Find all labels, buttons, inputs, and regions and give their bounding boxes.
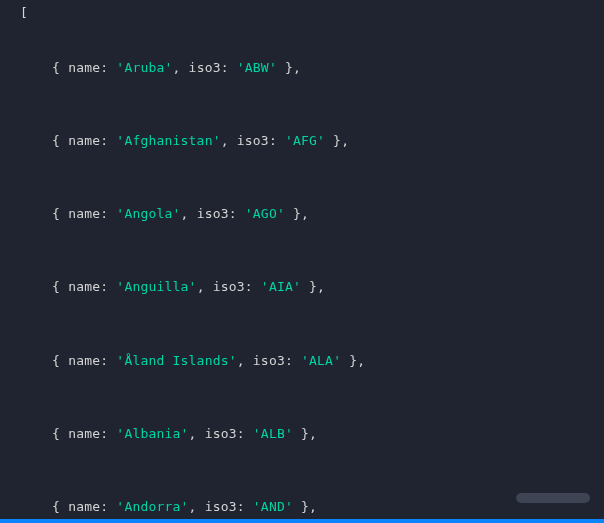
- country-name-value: Åland Islands: [124, 353, 228, 368]
- quote-close-2: ': [293, 279, 301, 294]
- quote-open-2: ': [301, 353, 309, 368]
- line-inner: { name: 'Andorra', iso3: 'AND' },: [20, 499, 317, 514]
- country-iso3-value: AND: [261, 499, 285, 514]
- brace-close: },: [293, 426, 317, 441]
- colon-1: :: [100, 60, 116, 75]
- comma-1: ,: [173, 60, 189, 75]
- country-name-value: Aruba: [124, 60, 164, 75]
- code-line[interactable]: { name: 'Aruba', iso3: 'ABW' },: [20, 59, 588, 77]
- key-name: name: [68, 353, 100, 368]
- country-iso3-string: 'ALA': [301, 353, 341, 368]
- country-iso3-value: AIA: [269, 279, 293, 294]
- country-name-string: 'Åland Islands': [116, 353, 236, 368]
- comma-1: ,: [181, 206, 197, 221]
- quote-open-2: ': [285, 133, 293, 148]
- country-iso3-string: 'AFG': [285, 133, 325, 148]
- open-bracket-line: [: [20, 4, 588, 22]
- country-name-value: Afghanistan: [124, 133, 212, 148]
- line-inner: { name: 'Albania', iso3: 'ALB' },: [20, 426, 317, 441]
- country-name-value: Angola: [124, 206, 172, 221]
- key-name: name: [68, 60, 100, 75]
- brace-open: {: [52, 206, 68, 221]
- colon-2: :: [245, 279, 261, 294]
- key-iso3: iso3: [213, 279, 245, 294]
- country-name-string: 'Aruba': [116, 60, 172, 75]
- key-name: name: [68, 279, 100, 294]
- scroll-pill-overlay: [516, 493, 590, 503]
- line-inner: { name: 'Aruba', iso3: 'ABW' },: [20, 60, 301, 75]
- colon-2: :: [221, 60, 237, 75]
- country-iso3-string: 'ALB': [253, 426, 293, 441]
- colon-1: :: [100, 426, 116, 441]
- line-inner: { name: 'Afghanistan', iso3: 'AFG' },: [20, 133, 349, 148]
- key-name: name: [68, 133, 100, 148]
- colon-1: :: [100, 353, 116, 368]
- colon-2: :: [269, 133, 285, 148]
- comma-1: ,: [237, 353, 253, 368]
- code-line[interactable]: { name: 'Angola', iso3: 'AGO' },: [20, 205, 588, 223]
- country-name-string: 'Andorra': [116, 499, 188, 514]
- brace-open: {: [52, 499, 68, 514]
- line-inner: { name: 'Angola', iso3: 'AGO' },: [20, 206, 309, 221]
- quote-close-1: ': [181, 499, 189, 514]
- brace-close: },: [341, 353, 365, 368]
- key-iso3: iso3: [197, 206, 229, 221]
- brace-close: },: [277, 60, 301, 75]
- country-iso3-value: ABW: [245, 60, 269, 75]
- country-name-string: 'Angola': [116, 206, 180, 221]
- quote-close-2: ': [285, 499, 293, 514]
- quote-close-1: ': [229, 353, 237, 368]
- country-iso3-string: 'AIA': [261, 279, 301, 294]
- quote-close-1: ': [173, 206, 181, 221]
- country-name-string: 'Anguilla': [116, 279, 196, 294]
- comma-1: ,: [189, 426, 205, 441]
- code-line[interactable]: { name: 'Anguilla', iso3: 'AIA' },: [20, 278, 588, 296]
- code-line[interactable]: { name: 'Albania', iso3: 'ALB' },: [20, 425, 588, 443]
- country-name-value: Andorra: [124, 499, 180, 514]
- country-iso3-value: AGO: [253, 206, 277, 221]
- quote-open-2: ': [245, 206, 253, 221]
- code-line[interactable]: { name: 'Afghanistan', iso3: 'AFG' },: [20, 132, 588, 150]
- brace-close: },: [293, 499, 317, 514]
- code-line[interactable]: { name: 'Andorra', iso3: 'AND' },: [20, 498, 588, 516]
- brace-open: {: [52, 279, 68, 294]
- country-iso3-string: 'AND': [253, 499, 293, 514]
- country-iso3-value: ALA: [309, 353, 333, 368]
- brace-open: {: [52, 353, 68, 368]
- country-iso3-string: 'AGO': [245, 206, 285, 221]
- colon-2: :: [237, 426, 253, 441]
- brace-open: {: [52, 426, 68, 441]
- key-name: name: [68, 206, 100, 221]
- brace-open: {: [52, 60, 68, 75]
- country-iso3-string: 'ABW': [237, 60, 277, 75]
- country-iso3-value: ALB: [261, 426, 285, 441]
- quote-close-2: ': [333, 353, 341, 368]
- country-name-value: Anguilla: [124, 279, 188, 294]
- colon-2: :: [229, 206, 245, 221]
- quote-close-1: ': [213, 133, 221, 148]
- country-name-string: 'Afghanistan': [116, 133, 220, 148]
- quote-open-2: ': [253, 426, 261, 441]
- colon-1: :: [100, 206, 116, 221]
- colon-1: :: [100, 133, 116, 148]
- code-line[interactable]: { name: 'Åland Islands', iso3: 'ALA' },: [20, 352, 588, 370]
- brace-close: },: [301, 279, 325, 294]
- quote-close-2: ': [285, 426, 293, 441]
- key-iso3: iso3: [205, 426, 237, 441]
- quote-open-2: ': [261, 279, 269, 294]
- quote-close-2: ': [277, 206, 285, 221]
- comma-1: ,: [197, 279, 213, 294]
- quote-close-2: ': [317, 133, 325, 148]
- quote-open-2: ': [253, 499, 261, 514]
- brace-close: },: [285, 206, 309, 221]
- key-name: name: [68, 426, 100, 441]
- code-editor[interactable]: [ { name: 'Aruba', iso3: 'ABW' }, { name…: [0, 0, 604, 523]
- colon-2: :: [237, 499, 253, 514]
- key-iso3: iso3: [253, 353, 285, 368]
- country-name-value: Albania: [124, 426, 180, 441]
- colon-2: :: [285, 353, 301, 368]
- colon-1: :: [100, 499, 116, 514]
- comma-1: ,: [221, 133, 237, 148]
- key-iso3: iso3: [205, 499, 237, 514]
- code-lines: { name: 'Aruba', iso3: 'ABW' }, { name: …: [20, 22, 588, 523]
